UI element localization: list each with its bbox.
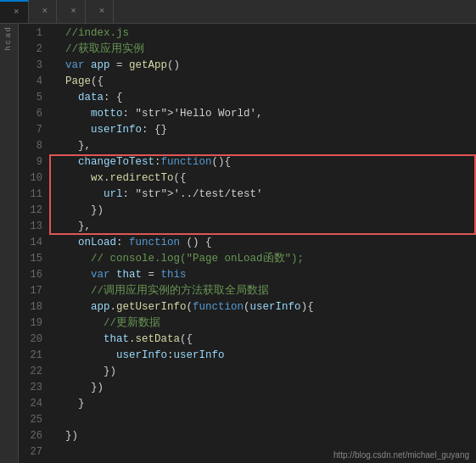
sidebar-letter-d: d: [5, 27, 13, 31]
code-line-16: var that = this: [53, 267, 476, 283]
code-line-10: wx.redirectTo({: [53, 170, 476, 187]
line-numbers: 1234567891011121314151617181920212223242…: [19, 24, 49, 463]
code-line-2: //获取应用实例: [53, 42, 476, 58]
code-line-22: }): [53, 364, 476, 380]
tab-bar: × × × ×: [0, 0, 476, 24]
tab-test-js[interactable]: ×: [86, 0, 115, 23]
sidebar-hint: d a c h: [0, 24, 19, 463]
editor-container: d a c h 12345678910111213141516171819202…: [0, 24, 476, 463]
code-line-3: var app = getApp(): [53, 58, 476, 74]
code-line-1: //index.js: [53, 25, 476, 42]
code-line-25: [53, 412, 476, 428]
code-line-9: changeToTest:function(){: [53, 154, 476, 170]
sidebar-letter-a: a: [5, 33, 13, 37]
tab-close-index-wxml[interactable]: ×: [70, 7, 76, 16]
tab-close-test-js[interactable]: ×: [99, 7, 105, 16]
code-line-14: onLoad: function () {: [53, 235, 476, 251]
tab-app-js[interactable]: ×: [29, 0, 58, 23]
code-line-11: url: "str">'../test/test': [53, 187, 476, 203]
code-line-4: Page({: [53, 74, 476, 90]
code-area[interactable]: //index.js //获取应用实例 var app = getApp() P…: [49, 24, 476, 463]
tab-index-wxml[interactable]: ×: [57, 0, 86, 23]
code-line-7: userInfo: {}: [53, 122, 476, 138]
sidebar-letter-c: c: [5, 40, 13, 44]
tab-close-app-js[interactable]: ×: [42, 7, 48, 16]
code-line-6: motto: "str">'Hello World',: [53, 106, 476, 122]
tab-index-js[interactable]: ×: [0, 0, 29, 23]
watermark: http://blog.csdn.net/michael_guyang: [333, 450, 469, 460]
code-line-26: }): [53, 428, 476, 444]
sidebar-letter-h: h: [5, 46, 13, 50]
code-line-21: userInfo:userInfo: [53, 348, 476, 364]
code-line-20: that.setData({: [53, 332, 476, 348]
tab-close-index-js[interactable]: ×: [14, 8, 20, 17]
code-line-17: //调用应用实例的方法获取全局数据: [53, 283, 476, 299]
code-line-24: }: [53, 396, 476, 412]
code-line-5: data: {: [53, 90, 476, 106]
code-line-18: app.getUserInfo(function(userInfo){: [53, 299, 476, 315]
code-line-15: // console.log("Page onLoad函数");: [53, 251, 476, 267]
code-line-12: }): [53, 203, 476, 219]
code-line-19: //更新数据: [53, 315, 476, 332]
code-line-8: },: [53, 138, 476, 154]
code-line-13: },: [53, 219, 476, 235]
code-line-23: }): [53, 380, 476, 396]
